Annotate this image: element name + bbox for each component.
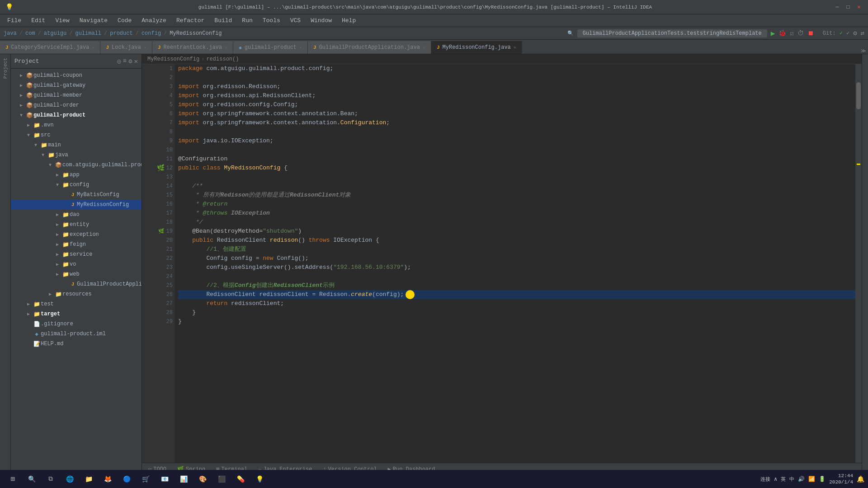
menu-navigate[interactable]: Navigate: [75, 16, 112, 25]
tab-reentrantlock[interactable]: J ReentrantLock.java ✕: [152, 41, 233, 54]
sidebar-item-web[interactable]: ▶ 📁 web: [11, 269, 142, 279]
sidebar-item-gulimall-application[interactable]: ▶ J GulimallProductApplicatio: [11, 279, 142, 289]
sidebar-item-gulimall-gateway[interactable]: ▶ 📦 gulimall-gateway: [11, 80, 142, 90]
tab-application[interactable]: J GulimallProductApplication.java ✕: [308, 41, 431, 54]
tab-close-application[interactable]: ✕: [423, 45, 425, 50]
bc-redisson[interactable]: redisson(): [206, 56, 239, 62]
taskbar-expand-icon[interactable]: ∧: [774, 476, 777, 483]
nav-atguigu[interactable]: atguigu: [44, 30, 66, 37]
taskbar-volume-icon[interactable]: 🔊: [798, 476, 805, 483]
menu-code[interactable]: Code: [113, 16, 136, 25]
tab-close-lock[interactable]: ✕: [144, 45, 146, 50]
chrome-button[interactable]: 🔵: [118, 471, 136, 487]
sidebar-item-dao[interactable]: ▶ 📁 dao: [11, 210, 142, 220]
nav-myredissonconfig[interactable]: MyRedissonConfig: [170, 30, 222, 37]
sidebar-item-mvn[interactable]: ▶ 📁 .mvn: [11, 120, 142, 130]
store-button[interactable]: 🛒: [137, 471, 155, 487]
editor-scrollbar[interactable]: [855, 64, 862, 463]
sidebar-item-myredissonconfig[interactable]: ▶ J MyRedissonConfig: [11, 200, 142, 210]
sidebar-settings-icon[interactable]: ⚙: [128, 57, 132, 65]
nav-product[interactable]: product: [110, 30, 132, 37]
tab-lock[interactable]: J Lock.java ✕: [100, 41, 152, 54]
sidebar-locate-icon[interactable]: ◎: [117, 57, 121, 65]
sidebar-item-entity[interactable]: ▶ 📁 entity: [11, 220, 142, 230]
code-content[interactable]: package com.atguigu.gulimall.product.con…: [175, 64, 855, 463]
nav-java[interactable]: java: [4, 30, 17, 37]
stop-button[interactable]: ⏹: [807, 30, 814, 37]
sidebar-item-service[interactable]: ▶ 📁 service: [11, 249, 142, 259]
sidebar-item-resources[interactable]: ▶ 📁 resources: [11, 289, 142, 299]
profile-button[interactable]: ⏱: [797, 30, 804, 37]
sidebar-close-icon[interactable]: ✕: [134, 57, 138, 65]
code-view[interactable]: 1 2 3 4 5 6 7 8 9 10 11 🌿12 13 14: [142, 64, 862, 463]
sidebar-item-config[interactable]: ▼ 📁 config: [11, 180, 142, 190]
taskbar-battery-icon[interactable]: 🔋: [819, 476, 826, 483]
sidebar-item-app[interactable]: ▶ 📁 app: [11, 170, 142, 180]
task-view-button[interactable]: ⧉: [42, 471, 60, 487]
tab-close-reentrantlock[interactable]: ✕: [225, 45, 227, 50]
intellij-button[interactable]: 💡: [250, 471, 269, 487]
sidebar-item-gulimall-coupon[interactable]: ▶ 📦 gulimall-coupon: [11, 70, 142, 80]
sidebar-item-java[interactable]: ▼ 📁 java: [11, 150, 142, 160]
bc-myredissonconfig[interactable]: MyRedissonConfig: [147, 56, 199, 62]
tabs-more-button[interactable]: ≫: [859, 48, 868, 54]
tab-myredissonconfig[interactable]: J MyRedissonConfig.java ✕: [431, 41, 522, 54]
sidebar-item-target[interactable]: ▶ 📁 target: [11, 309, 142, 319]
sidebar-item-gulimall-member[interactable]: ▶ 📦 gulimall-member: [11, 90, 142, 100]
tab-close-categoryserviceimpl[interactable]: ✕: [92, 45, 94, 50]
sidebar-item-mybatisconfig[interactable]: ▶ J MyBatisConfig: [11, 190, 142, 200]
mail-button[interactable]: 📧: [156, 471, 174, 487]
task5-button[interactable]: 📊: [175, 471, 193, 487]
start-button[interactable]: ⊞: [4, 471, 22, 487]
menu-build[interactable]: Build: [210, 16, 236, 25]
project-panel-toggle[interactable]: Project: [3, 58, 8, 79]
nav-config[interactable]: config: [142, 30, 161, 37]
sidebar-item-help[interactable]: ▶ 📝 HELP.md: [11, 339, 142, 349]
sidebar-item-feign[interactable]: ▶ 📁 feign: [11, 239, 142, 249]
coverage-button[interactable]: ☑: [790, 29, 793, 37]
sidebar-item-main[interactable]: ▼ 📁 main: [11, 140, 142, 150]
menu-file[interactable]: File: [3, 16, 26, 25]
sidebar-collapse-icon[interactable]: ≡: [123, 57, 127, 65]
menu-run[interactable]: Run: [237, 16, 257, 25]
tab-close-myredissonconfig[interactable]: ✕: [514, 45, 516, 50]
sidebar-item-iml[interactable]: ▶ ◆ gulimall-product.iml: [11, 329, 142, 339]
settings-button[interactable]: ⚙: [853, 29, 857, 37]
sidebar-item-gulimall-order[interactable]: ▶ 📦 gulimall-order: [11, 100, 142, 110]
tab-categoryserviceimpl[interactable]: J CategoryServiceImpl.java ✕: [0, 41, 100, 54]
task7-button[interactable]: ⬛: [212, 471, 231, 487]
debug-button[interactable]: 🐞: [778, 29, 786, 37]
sidebar-item-test[interactable]: ▶ 📁 test: [11, 299, 142, 309]
menu-vcs[interactable]: VCS: [286, 16, 305, 25]
menu-analyze[interactable]: Analyze: [137, 16, 171, 25]
scrollbar-thumb[interactable]: [856, 82, 861, 109]
tab-gulimall-product[interactable]: ◆ gulimall-product ✕: [233, 41, 308, 54]
task8-button[interactable]: 💊: [231, 471, 250, 487]
maximize-button[interactable]: □: [844, 4, 852, 11]
sidebar-item-src[interactable]: ▼ 📁 src: [11, 130, 142, 140]
explorer-button[interactable]: 📁: [80, 471, 98, 487]
taskbar-network-icon[interactable]: 📶: [808, 476, 815, 483]
layout-button[interactable]: ⇄: [861, 29, 864, 37]
menu-view[interactable]: View: [51, 16, 74, 25]
taskbar-notification-icon[interactable]: 🔔: [857, 475, 864, 483]
menu-help[interactable]: Help: [337, 16, 360, 25]
edge-button[interactable]: 🌐: [61, 471, 79, 487]
menu-window[interactable]: Window: [306, 16, 336, 25]
nav-com[interactable]: com: [25, 30, 35, 37]
run-button[interactable]: ▶: [771, 29, 775, 38]
search-button[interactable]: 🔍: [23, 471, 41, 487]
run-config-selector[interactable]: GulimallProductApplicationTests.teststri…: [577, 29, 767, 38]
sidebar-item-exception[interactable]: ▶ 📁 exception: [11, 230, 142, 239]
menu-tools[interactable]: Tools: [258, 16, 285, 25]
sidebar-item-gulimall-product[interactable]: ▼ 📦 gulimall-product: [11, 110, 142, 120]
nav-gulimall[interactable]: gulimall: [75, 30, 101, 37]
task6-button[interactable]: 🎨: [193, 471, 212, 487]
close-button[interactable]: ✕: [855, 4, 863, 11]
firefox-button[interactable]: 🦊: [99, 471, 117, 487]
tab-close-gulimall-product[interactable]: ✕: [299, 45, 302, 50]
sidebar-item-vo[interactable]: ▶ 📁 vo: [11, 259, 142, 269]
minimize-button[interactable]: ─: [834, 4, 841, 11]
menu-edit[interactable]: Edit: [27, 16, 50, 25]
menu-refactor[interactable]: Refactor: [172, 16, 209, 25]
